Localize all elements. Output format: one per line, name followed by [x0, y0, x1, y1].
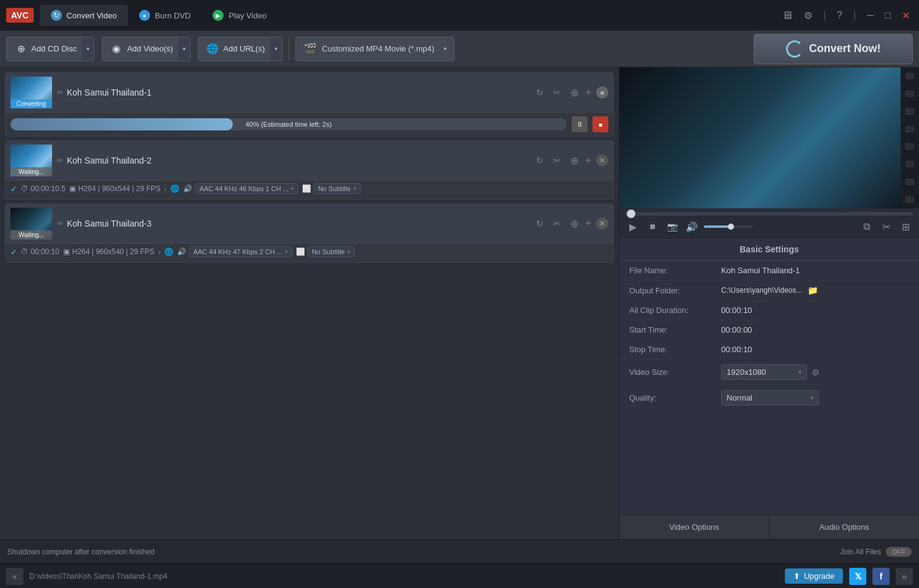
file-3-check-icon[interactable]: ✓ — [10, 247, 17, 257]
file-3-subtitle: No Subtitle — [312, 248, 345, 255]
add-video-dropdown-arrow[interactable]: ▾ — [178, 37, 191, 61]
convert-now-button[interactable]: Convert Now! — [754, 34, 913, 64]
next-button[interactable]: » — [896, 568, 913, 585]
file-1-trim-btn[interactable]: ⊕ — [568, 86, 581, 100]
file-3-cut-btn[interactable]: ✂ — [551, 217, 563, 230]
file-3-refresh-btn[interactable]: ↻ — [534, 217, 546, 230]
file-3-header: Waiting... ✏ Koh Samui Thailand-3 ↻ ✂ ⊕ … — [6, 204, 613, 244]
file-1-remove-btn[interactable]: ● — [596, 86, 608, 99]
settings-quality-label: Quality: — [629, 393, 721, 402]
maximize-button[interactable]: □ — [882, 9, 894, 22]
file-3-audio-chip: 🔊 AAC 44 KHz 47 Kbps 2 CH ... ▾ — [177, 246, 292, 257]
playback-controls: ▶ ■ 📷 🔊 ⧉ ✂ ⊞ — [619, 208, 919, 238]
facebook-button[interactable]: f — [872, 568, 890, 585]
format-selector[interactable]: 🎬 Customized MP4 Movie (*.mp4) ▾ — [295, 37, 455, 61]
video-chip-icon: ▣ — [69, 184, 76, 193]
file-3-edit-icon[interactable]: ✏ — [57, 219, 63, 228]
help-icon[interactable]: ? — [834, 9, 845, 22]
volume-icon[interactable]: 🔊 — [684, 219, 699, 234]
file-3-name: Koh Samui Thailand-3 — [67, 219, 151, 228]
burndvd-tab-icon: ● — [139, 10, 150, 21]
settings-quality-row: Quality: Normal ▾ — [619, 385, 919, 411]
tab-burndvd[interactable]: ● Burn DVD — [128, 5, 202, 26]
file-2-subtitle-dropdown[interactable]: No Subtitle ▾ — [314, 183, 361, 194]
twitter-button[interactable]: 𝕏 — [849, 568, 866, 585]
file-2-remove-btn[interactable]: ✕ — [596, 154, 608, 167]
file-3-codec-chip: ▣ H264 | 960x540 | 29 FPS — [63, 247, 154, 256]
file-2-refresh-btn[interactable]: ↻ — [534, 154, 546, 167]
file-1-actions: ↻ ✂ ⊕ + ● — [534, 86, 608, 100]
convert-spin-icon — [786, 40, 803, 58]
video-size-dropdown[interactable]: 1920x1080 ▾ — [721, 364, 807, 380]
tab-convert[interactable]: ↻ Convert Video — [40, 5, 128, 26]
effect-btn[interactable]: ⊞ — [898, 219, 913, 234]
file-1-edit-icon[interactable]: ✏ — [57, 88, 63, 97]
film-hole-3 — [906, 108, 914, 115]
add-url-icon: 🌐 — [206, 42, 219, 56]
monitor-icon[interactable]: 🖥 — [779, 8, 796, 23]
quality-arrow: ▾ — [811, 394, 814, 401]
settings-duration-label: All Clip Duration: — [629, 306, 721, 315]
file-2-cut-btn[interactable]: ✂ — [551, 154, 563, 167]
file-1-refresh-btn[interactable]: ↻ — [534, 86, 546, 99]
file-2-trim-btn[interactable]: ⊕ — [568, 154, 581, 168]
film-hole-4 — [906, 126, 914, 132]
upgrade-icon: ⬆ — [793, 571, 800, 581]
window-controls: 🖥 ⚙ | ? | ─ □ ✕ — [779, 8, 913, 23]
cut-btn[interactable]: ✂ — [879, 219, 893, 234]
file-1-pause-btn[interactable]: ⏸ — [572, 116, 588, 132]
file-3-thumbnail: Waiting... — [10, 208, 52, 239]
volume-slider[interactable] — [704, 225, 753, 228]
file-2-header: Waiting... ✏ Koh Samui Thailand-2 ↻ ✂ ⊕ … — [6, 141, 613, 181]
add-cd-dropdown-arrow[interactable]: ▾ — [82, 37, 94, 61]
upgrade-label: Upgrade — [804, 571, 834, 581]
prev-button[interactable]: « — [6, 568, 23, 585]
file-1-cut-btn[interactable]: ✂ — [551, 86, 563, 99]
play-button[interactable]: ▶ — [626, 219, 640, 234]
subtitle-icon-3: ⬜ — [296, 247, 305, 256]
file-2-status-badge: Waiting... — [10, 167, 52, 176]
minimize-button[interactable]: ─ — [864, 9, 877, 22]
close-button[interactable]: ✕ — [899, 9, 913, 23]
file-3-add-btn[interactable]: + — [586, 218, 591, 229]
settings-stop-time-row: Stop Time: 00:00:10 — [619, 340, 919, 360]
video-size-gear-btn[interactable]: ⚙ — [812, 368, 820, 377]
copy-btn[interactable]: ⧉ — [859, 219, 874, 234]
stop-button[interactable]: ■ — [645, 219, 660, 234]
settings-icon[interactable]: ⚙ — [801, 9, 815, 23]
audio-options-button[interactable]: Audio Options — [770, 515, 919, 539]
file-3-subtitle-dropdown[interactable]: No Subtitle ▾ — [308, 246, 355, 257]
options-buttons: Video Options Audio Options — [619, 514, 919, 539]
add-video-button[interactable]: ◉ Add Video(s) — [102, 37, 181, 61]
add-url-dropdown-arrow[interactable]: ▾ — [270, 37, 282, 61]
file-1-add-btn[interactable]: + — [586, 87, 591, 98]
screenshot-btn[interactable]: 📷 — [665, 219, 679, 234]
file-1-stop-btn[interactable]: ■ — [592, 116, 608, 132]
folder-browse-btn[interactable]: 📁 — [807, 285, 818, 295]
settings-output-folder-row: Output Folder: C:\Users\yangh\Videos... … — [619, 281, 919, 301]
seekbar[interactable] — [626, 212, 913, 216]
file-3-codec: H264 | 960x540 | 29 FPS — [72, 247, 154, 256]
file-2-check-icon[interactable]: ✓ — [10, 184, 17, 194]
add-url-button[interactable]: 🌐 Add URL(s) — [198, 37, 273, 61]
settings-duration-value: 00:00:10 — [721, 306, 909, 315]
file-3-trim-btn[interactable]: ⊕ — [568, 217, 581, 231]
settings-start-time-row: Start Time: 00:00:00 — [619, 320, 919, 340]
file-3-audio-dropdown[interactable]: AAC 44 KHz 47 Kbps 2 CH ... ▾ — [189, 246, 292, 257]
file-2-codec: H264 | 960x544 | 29 FPS — [78, 184, 161, 193]
add-cd-button[interactable]: ⊕ Add CD Disc — [6, 37, 85, 61]
join-files-toggle[interactable]: OFF — [886, 547, 912, 557]
quality-dropdown[interactable]: Normal ▾ — [721, 390, 819, 405]
convert-tab-label: Convert Video — [67, 11, 117, 20]
tab-playvideo[interactable]: ▶ Play Video — [202, 5, 278, 26]
file-2-audio-dropdown[interactable]: AAC 44 KHz 46 Kbps 1 CH ... ▾ — [195, 183, 298, 194]
seekbar-thumb[interactable] — [627, 209, 635, 218]
file-path: D:\videos\Thai\Koh Samui Thailand-1.mp4 — [29, 572, 779, 581]
file-2-edit-icon[interactable]: ✏ — [57, 156, 63, 165]
settings-filename-row: File Name: Koh Samui Thailand-1 — [619, 261, 919, 281]
file-2-add-btn[interactable]: + — [586, 155, 591, 166]
video-options-button[interactable]: Video Options — [619, 515, 770, 539]
upgrade-button[interactable]: ⬆ Upgrade — [785, 568, 843, 584]
file-3-remove-btn[interactable]: ✕ — [596, 217, 608, 230]
add-cd-label: Add CD Disc — [31, 44, 77, 53]
